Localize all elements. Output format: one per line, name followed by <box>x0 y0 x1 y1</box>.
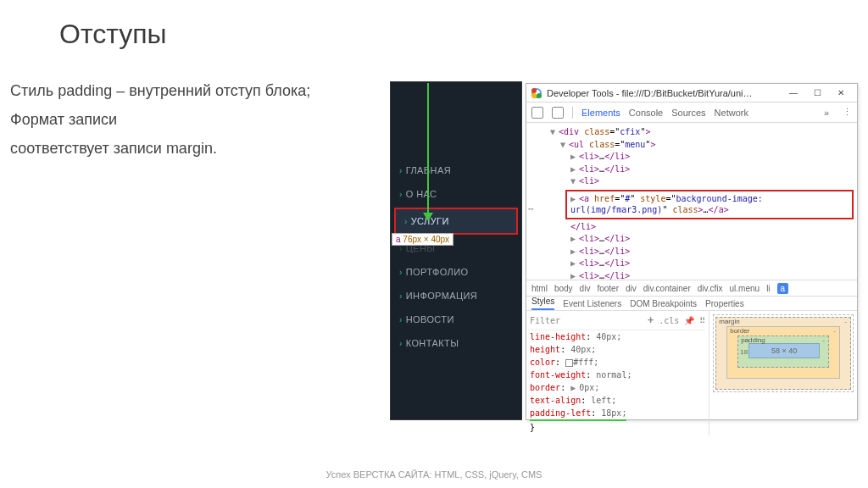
dom-line[interactable]: ▶<li>…</li> <box>530 151 854 164</box>
bc-li[interactable]: li <box>766 284 770 293</box>
bm-margin-label: margin <box>719 318 739 325</box>
body-line-1: Стиль padding – внутренний отступ блока; <box>10 76 310 105</box>
chevron-right-icon: › <box>399 291 403 301</box>
bc-container[interactable]: div.container <box>643 284 691 293</box>
dom-line[interactable]: ▼<ul class="menu"> <box>530 139 854 152</box>
tabs-overflow[interactable]: » <box>824 108 829 118</box>
devtools-toolbar: Elements Console Sources Network » ⋮ <box>526 103 857 123</box>
tooltip-dimensions: 76px × 40px <box>403 235 449 244</box>
css-rule[interactable]: line-height: 40px; <box>530 330 705 343</box>
styles-rules[interactable]: Filter + .cls 📌 ⠿ line-height: 40px; hei… <box>526 311 709 435</box>
tab-network[interactable]: Network <box>715 108 748 118</box>
cls-toggle[interactable]: .cls <box>659 314 679 327</box>
bm-border: border - padding - 18 58 × 40 <box>726 326 840 379</box>
body-line-3: соответствует записи margin. <box>10 134 310 163</box>
add-rule-icon[interactable]: + <box>648 313 654 328</box>
nav-item-about[interactable]: ›О НАС <box>391 182 521 206</box>
dom-line[interactable]: ▶<li>…</li> <box>530 258 854 270</box>
subtab-props[interactable]: Properties <box>705 299 744 308</box>
bc-body[interactable]: body <box>554 284 573 293</box>
slide-body: Стиль padding – внутренний отступ блока;… <box>10 76 310 164</box>
nav-item-services[interactable]: ›УСЛУГИ <box>394 208 518 235</box>
nav-label: КОНТАКТЫ <box>406 338 459 348</box>
minimize-button[interactable]: — <box>782 86 804 101</box>
css-rule[interactable]: height: 40px; <box>530 343 705 356</box>
subtab-styles[interactable]: Styles <box>531 297 554 310</box>
element-size-tooltip: a 76px × 40px <box>392 233 453 246</box>
chevron-right-icon: › <box>399 166 403 175</box>
css-rule[interactable]: padding-left: 18px; <box>530 407 705 421</box>
dom-line[interactable]: </li> <box>530 221 854 234</box>
bc-cfix[interactable]: div.cfix <box>698 284 723 293</box>
inspect-icon[interactable] <box>531 107 543 119</box>
chevron-right-icon: › <box>404 217 408 226</box>
dom-breadcrumb[interactable]: html body div footer div div.container d… <box>526 280 857 297</box>
bc-div2[interactable]: div <box>626 284 637 293</box>
chevron-right-icon: › <box>399 190 403 199</box>
nav-item-news[interactable]: ›НОВОСТИ <box>391 308 521 331</box>
elements-panel[interactable]: ⋯ ▼<div class="cfix"> ▼<ul class="menu">… <box>526 123 857 280</box>
box-model-panel[interactable]: position - margin - border - padding - 1… <box>709 311 857 435</box>
tab-sources[interactable]: Sources <box>671 108 705 118</box>
bc-a[interactable]: a <box>777 283 789 294</box>
filter-input[interactable]: Filter <box>530 314 560 327</box>
dom-selected-node[interactable]: ▶<a href="#" style="background-image: ur… <box>565 190 854 219</box>
bm-content: 58 × 40 <box>748 343 820 358</box>
subtab-listeners[interactable]: Event Listeners <box>563 299 621 308</box>
dom-line[interactable]: ▶<li>…</li> <box>530 270 854 280</box>
bc-menu[interactable]: ul.menu <box>730 284 760 293</box>
pin-icon[interactable]: 📌 <box>684 314 694 327</box>
subtab-dombp[interactable]: DOM Breakpoints <box>630 299 697 308</box>
styles-subtabs: Styles Event Listeners DOM Breakpoints P… <box>526 297 857 311</box>
nav-label: ПОРТФОЛИО <box>406 267 469 277</box>
kebab-menu-icon[interactable]: ⋮ <box>843 107 852 118</box>
bc-footer[interactable]: footer <box>597 284 619 293</box>
styles-panel: Styles Event Listeners DOM Breakpoints P… <box>526 297 857 420</box>
gutter-dots: ⋯ <box>528 202 533 216</box>
device-toggle-icon[interactable] <box>552 107 564 119</box>
maximize-button[interactable]: ☐ <box>806 86 828 101</box>
window-title: Developer Tools - file:///D:/BitBucket/B… <box>547 88 777 98</box>
window-titlebar[interactable]: Developer Tools - file:///D:/BitBucket/B… <box>526 84 857 103</box>
close-button[interactable]: ✕ <box>830 86 852 101</box>
dom-line[interactable]: ▼<li> <box>530 175 854 188</box>
slide-title: Отступы <box>59 19 167 50</box>
dom-line[interactable]: ▶<li>…</li> <box>530 233 854 246</box>
devtools-window: Developer Tools - file:///D:/BitBucket/B… <box>526 83 858 420</box>
nav-item-info[interactable]: ›ИНФОРМАЦИЯ <box>391 284 521 308</box>
site-nav-panel: ›ГЛАВНАЯ ›О НАС ›УСЛУГИ ›ЦЕНЫ ›ПОРТФОЛИО… <box>390 81 522 420</box>
nav-item-contacts[interactable]: ›КОНТАКТЫ <box>391 331 521 355</box>
arrow-annotation <box>427 83 429 214</box>
color-swatch-icon[interactable] <box>565 359 573 367</box>
bm-margin: margin - border - padding - 18 58 × 40 <box>715 317 851 390</box>
dom-line[interactable]: ▶<li>…</li> <box>530 246 854 258</box>
nav-label: НОВОСТИ <box>406 314 454 324</box>
chevron-right-icon: › <box>399 268 403 277</box>
nav-item-home[interactable]: ›ГЛАВНАЯ <box>391 158 521 182</box>
css-rule[interactable]: border: ▶0px; <box>530 381 705 394</box>
tooltip-tag: a <box>396 235 401 244</box>
bc-html[interactable]: html <box>531 284 548 293</box>
bm-padding-label: padding <box>741 336 765 344</box>
chevron-right-icon: › <box>399 315 403 324</box>
bm-padding: padding - 18 58 × 40 <box>737 336 829 368</box>
separator <box>572 107 573 119</box>
css-rule[interactable]: font-weight: normal; <box>530 369 705 381</box>
body-line-2: Формат записи <box>10 105 310 134</box>
bc-div[interactable]: div <box>580 284 591 293</box>
tab-elements[interactable]: Elements <box>581 108 620 118</box>
chrome-icon <box>531 88 542 98</box>
css-brace: } <box>530 421 705 434</box>
nav-item-portfolio[interactable]: ›ПОРТФОЛИО <box>391 260 521 284</box>
chevron-right-icon: › <box>399 339 403 348</box>
css-rule[interactable]: text-align: left; <box>530 394 705 407</box>
bm-border-label: border <box>730 327 749 335</box>
expand-icon[interactable]: ▶ <box>570 381 577 394</box>
nav-label: ИНФОРМАЦИЯ <box>406 291 477 301</box>
dom-line[interactable]: ▶<li>…</li> <box>530 164 854 176</box>
tab-console[interactable]: Console <box>629 108 663 118</box>
settings-dots-icon[interactable]: ⠿ <box>699 314 705 327</box>
css-rule[interactable]: color: #fff; <box>530 356 705 369</box>
dom-line[interactable]: ▼<div class="cfix"> <box>530 126 854 139</box>
slide-footer: Успех ВЕРСТКА САЙТА: HTML, CSS, jQuery, … <box>0 469 868 480</box>
